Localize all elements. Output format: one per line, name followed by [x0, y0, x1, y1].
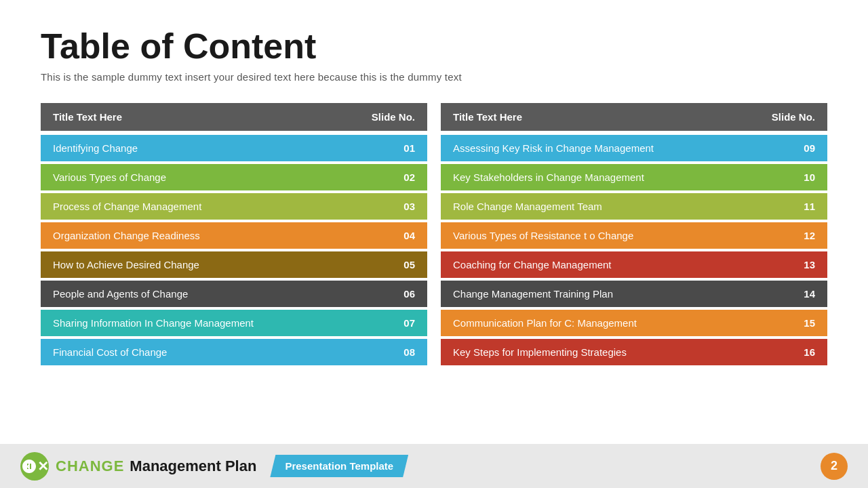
footer-page-num: 2 — [821, 453, 848, 480]
row-num: 11 — [804, 201, 815, 212]
table-row[interactable]: Organization Change Readiness04 — [41, 222, 427, 249]
footer: ✕ ✕ CHANGE Management Plan Presentation … — [0, 444, 868, 488]
table-row[interactable]: Key Stakeholders in Change Management10 — [441, 164, 827, 190]
right-table: Title Text Here Slide No. Assessing Key … — [441, 103, 827, 368]
row-title: Assessing Key Risk in Change Management — [453, 142, 654, 154]
row-num: 06 — [403, 288, 415, 300]
row-title: Various Types of Change — [53, 171, 166, 183]
table-row[interactable]: Various Types of Change02 — [41, 164, 427, 190]
svg-text:✕: ✕ — [24, 462, 31, 472]
row-num: 03 — [403, 201, 415, 212]
page-subtitle: This is the sample dummy text insert you… — [41, 71, 827, 83]
row-title: Communication Plan for C: Management — [453, 317, 637, 329]
row-title: Coaching for Change Management — [453, 259, 611, 270]
row-num: 15 — [804, 317, 815, 329]
row-title: Sharing Information In Change Management — [53, 317, 254, 329]
row-title: Various Types of Resistance t o Change — [453, 230, 633, 241]
table-row[interactable]: Various Types of Resistance t o Change12 — [441, 222, 827, 249]
row-num: 07 — [403, 317, 415, 329]
table-row[interactable]: People and Agents of Change06 — [41, 281, 427, 307]
right-table-header: Title Text Here Slide No. — [441, 103, 827, 131]
row-num: 14 — [804, 288, 815, 300]
table-row[interactable]: Key Steps for Implementing Strategies16 — [441, 339, 827, 365]
table-row[interactable]: Financial Cost of Change08 — [41, 339, 427, 365]
row-num: 05 — [403, 259, 415, 270]
row-num: 02 — [403, 171, 415, 183]
table-row[interactable]: Coaching for Change Management13 — [441, 251, 827, 278]
main-content: Table of Content This is the sample dumm… — [0, 0, 868, 382]
table-row[interactable]: Sharing Information In Change Management… — [41, 310, 427, 336]
row-title: Key Steps for Implementing Strategies — [453, 346, 627, 358]
row-title: How to Achieve Desired Change — [53, 259, 199, 270]
row-num: 08 — [403, 346, 415, 358]
row-title: Role Change Management Team — [453, 201, 602, 212]
table-row[interactable]: How to Achieve Desired Change05 — [41, 251, 427, 278]
row-title: Process of Change Management — [53, 201, 201, 212]
page-title: Table of Content — [41, 27, 827, 66]
footer-logo: ✕ ✕ — [20, 452, 49, 481]
footer-pres-label: Presentation Template — [270, 455, 408, 477]
row-num: 09 — [804, 142, 815, 154]
table-row[interactable]: Identifying Change01 — [41, 135, 427, 161]
left-table-header: Title Text Here Slide No. — [41, 103, 427, 131]
row-title: Identifying Change — [53, 142, 138, 154]
row-title: Key Stakeholders in Change Management — [453, 171, 644, 183]
row-title: People and Agents of Change — [53, 288, 188, 300]
right-header-slide: Slide No. — [772, 111, 815, 123]
table-row[interactable]: Process of Change Management03 — [41, 193, 427, 220]
brand-x: ✕ — [37, 458, 49, 474]
table-row[interactable]: Assessing Key Risk in Change Management0… — [441, 135, 827, 161]
row-num: 10 — [804, 171, 815, 183]
table-row[interactable]: Role Change Management Team11 — [441, 193, 827, 220]
left-table-rows: Identifying Change01Various Types of Cha… — [41, 135, 427, 365]
row-num: 12 — [804, 230, 815, 241]
tables-container: Title Text Here Slide No. Identifying Ch… — [41, 103, 827, 368]
right-table-rows: Assessing Key Risk in Change Management0… — [441, 135, 827, 365]
table-row[interactable]: Communication Plan for C: Management15 — [441, 310, 827, 336]
row-num: 16 — [804, 346, 815, 358]
left-header-title: Title Text Here — [53, 111, 122, 123]
row-title: Organization Change Readiness — [53, 230, 200, 241]
row-title: Financial Cost of Change — [53, 346, 167, 358]
row-num: 04 — [403, 230, 415, 241]
left-header-slide: Slide No. — [372, 111, 415, 123]
row-num: 01 — [403, 142, 415, 154]
left-table: Title Text Here Slide No. Identifying Ch… — [41, 103, 427, 368]
row-num: 13 — [804, 259, 815, 270]
footer-change-label: CHANGE — [56, 458, 124, 475]
brand-icon: ✕ — [21, 458, 37, 474]
footer-mgmt-label: Management Plan — [130, 458, 256, 475]
right-header-title: Title Text Here — [453, 111, 522, 123]
table-row[interactable]: Change Management Training Plan14 — [441, 281, 827, 307]
row-title: Change Management Training Plan — [453, 288, 613, 300]
